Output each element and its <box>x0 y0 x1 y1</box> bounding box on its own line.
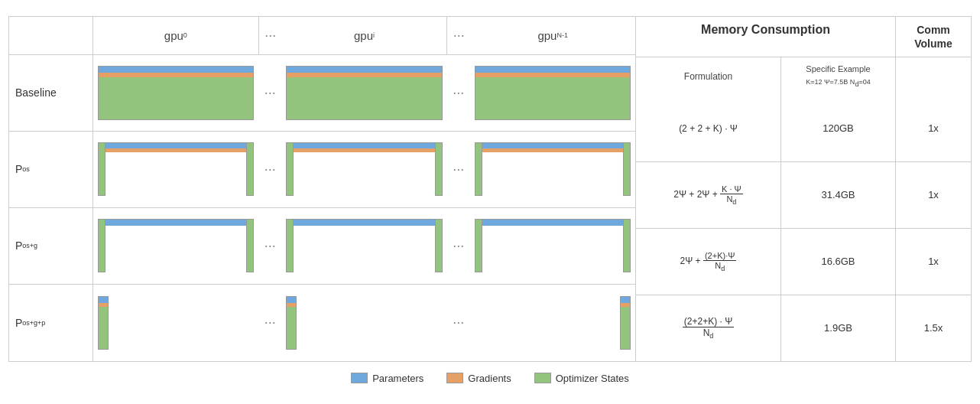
pos-top-bar-i <box>294 142 434 196</box>
pos-bar-0 <box>93 132 258 207</box>
posgp-dots-1: ··· <box>258 314 281 331</box>
posgp-specific: 1.9GB <box>781 295 896 361</box>
posgp-formula: (2+2+K) · Ψ Nd <box>636 295 781 361</box>
dots-sep-2: ··· <box>447 17 470 54</box>
posgp-label: Pos+g+p <box>9 285 93 361</box>
pos-bars: ··· <box>93 132 635 207</box>
posg-green-left-N <box>475 219 482 272</box>
posg-dots-2: ··· <box>447 238 470 254</box>
posg-green-left-i <box>286 219 294 272</box>
memory-consumption-title: Memory Consumption <box>636 17 896 57</box>
pos-bar-N <box>470 132 635 207</box>
col-headers-row: Formulation Specific Example K=12 Ψ=7.5B… <box>636 57 971 96</box>
legend-optimizer-states: Optimizer States <box>534 373 629 384</box>
posgp-ushape-i <box>286 296 442 350</box>
pos-blue-top-i <box>294 143 434 148</box>
pos-top-bar-N <box>482 142 623 196</box>
posg-comm: 1x <box>896 229 971 295</box>
posg-bar-0 <box>93 208 258 284</box>
pos-dots-2: ··· <box>447 161 470 178</box>
posgp-small-bar-N <box>620 296 631 350</box>
diagram-area: gpu0 ··· gpui ··· gpuN-1 Baseline <box>9 17 636 361</box>
posgp-dots-2: ··· <box>447 314 470 331</box>
table-area: Memory Consumption CommVolume Formulatio… <box>636 17 971 361</box>
posgp-blue-0 <box>99 297 108 303</box>
pos-green-left-i <box>286 142 294 196</box>
table-row-posg: 2Ψ + (2+K)·ΨNd 16.6GB 1x <box>636 229 971 295</box>
pos-green-left-0 <box>98 142 105 196</box>
specific-example-params: K=12 Ψ=7.5B Nd=04 <box>806 78 870 86</box>
parameters-swatch <box>351 373 368 383</box>
legend-row: Parameters Gradients Optimizer States <box>8 365 972 389</box>
posg-specific: 16.6GB <box>781 229 896 295</box>
table-row-pos: 2Ψ + 2Ψ + K · ΨNd 31.4GB 1x <box>636 162 971 229</box>
posgp-small-bar-i <box>286 296 297 350</box>
baseline-row: Baseline ··· <box>9 55 635 132</box>
gpu-cells: gpu0 ··· gpui ··· gpuN-1 <box>93 17 635 54</box>
baseline-dots-2: ··· <box>447 85 470 101</box>
pos-dots-1: ··· <box>258 161 281 178</box>
baseline-bar-0 <box>93 55 258 131</box>
baseline-bars: ··· ··· <box>93 55 635 131</box>
posg-blue-top-N <box>482 220 623 226</box>
posgp-blue-N <box>621 297 630 303</box>
posg-empty-i <box>294 226 434 272</box>
pos-specific: 31.4GB <box>781 162 896 228</box>
pos-formula: 2Ψ + 2Ψ + K · ΨNd <box>636 162 781 228</box>
posgp-blue-i <box>287 297 296 303</box>
gpu0-label: gpu0 <box>93 17 259 54</box>
memory-title-row: Memory Consumption CommVolume <box>636 17 971 57</box>
posg-blue-top-0 <box>105 220 246 226</box>
pos-ushape-i <box>286 142 442 196</box>
posg-row: Pos+g <box>9 208 635 285</box>
posg-bars: ··· ·· <box>93 208 635 284</box>
posgp-row: Pos+g+p <box>9 285 635 361</box>
posg-top-bar-N <box>482 219 623 272</box>
posg-green-right-i <box>435 219 443 272</box>
posg-green-right-N <box>623 219 631 272</box>
posg-green-right-0 <box>246 219 254 272</box>
baseline-membar-i <box>286 66 442 120</box>
posgp-green-0 <box>99 307 108 349</box>
pos-label: Pos <box>9 132 93 207</box>
posg-empty-N <box>482 226 623 272</box>
baseline-label: Baseline <box>9 55 93 131</box>
dots-sep-1: ··· <box>259 17 282 54</box>
pos-ushape-N <box>475 142 631 196</box>
posg-label: Pos+g <box>9 208 93 284</box>
legend-gradients: Gradients <box>446 373 511 384</box>
posgp-ushape-0 <box>98 296 254 350</box>
posg-empty-0 <box>105 226 246 272</box>
posg-top-bar-i <box>294 219 434 272</box>
specific-col-header: Specific Example K=12 Ψ=7.5B Nd=04 <box>781 57 896 96</box>
comm-col-header <box>896 57 971 96</box>
posg-ushape-0 <box>98 219 254 272</box>
comm-volume-title: CommVolume <box>896 17 971 57</box>
posgp-bar-i <box>281 285 446 361</box>
optimizer-states-swatch <box>534 373 551 383</box>
legend-parameters: Parameters <box>351 373 423 384</box>
pos-row: Pos <box>9 132 635 208</box>
gradients-swatch <box>446 373 463 383</box>
posg-formula: 2Ψ + (2+K)·ΨNd <box>636 229 781 295</box>
pos-empty-i <box>294 152 434 196</box>
posgp-bar-N <box>470 285 635 361</box>
posg-bar-i <box>281 208 446 284</box>
pos-blue-top-N <box>482 143 623 148</box>
posg-bar-N <box>470 208 635 284</box>
posg-ushape-i <box>286 219 442 272</box>
posgp-ushape-N <box>475 296 631 350</box>
baseline-membar-N <box>475 66 631 120</box>
pos-blue-top-0 <box>105 143 246 148</box>
optimizer-states-label: Optimizer States <box>556 373 629 384</box>
baseline-dots-1: ··· <box>258 85 281 101</box>
posgp-green-N <box>621 307 630 349</box>
posgp-bar-0 <box>93 285 258 361</box>
baseline-bar-i <box>281 55 446 131</box>
pos-green-right-0 <box>246 142 254 196</box>
gradients-label: Gradients <box>468 373 511 384</box>
baseline-bar-N <box>470 55 635 131</box>
baseline-comm: 1x <box>896 96 971 161</box>
pos-green-right-N <box>623 142 631 196</box>
gpu-header-row: gpu0 ··· gpui ··· gpuN-1 <box>9 17 635 55</box>
